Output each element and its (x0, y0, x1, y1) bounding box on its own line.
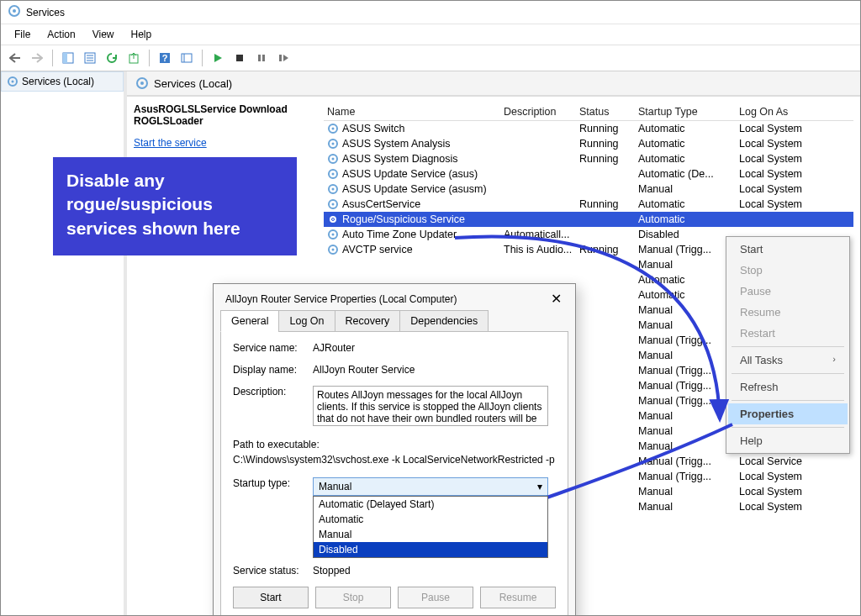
window-title: Services (26, 7, 65, 18)
dlg-start-button[interactable]: Start (233, 587, 309, 608)
refresh-button[interactable] (103, 49, 121, 67)
dlg-pause-button[interactable]: Pause (398, 587, 473, 608)
display-name-value: AllJoyn Router Service (313, 364, 556, 376)
tree-pane: Services (Local) (1, 71, 127, 616)
startup-opt-disabled[interactable]: Disabled (314, 542, 547, 557)
restart-service-button[interactable] (274, 49, 293, 67)
ctx-start[interactable]: Start (728, 239, 848, 260)
services-icon (8, 4, 21, 20)
startup-opt-delayed[interactable]: Automatic (Delayed Start) (314, 497, 547, 512)
annotation-callout: Disable any rogue/suspicious services sh… (53, 157, 297, 255)
service-name-value: AJRouter (313, 342, 556, 354)
ctx-pause[interactable]: Pause (728, 281, 848, 302)
menu-view[interactable]: View (84, 26, 123, 43)
svg-point-38 (332, 249, 335, 251)
svg-point-36 (332, 234, 335, 236)
list-item[interactable]: ASUS System DiagnosisRunningAutomaticLoc… (324, 151, 853, 166)
svg-text:?: ? (162, 53, 168, 63)
ctx-all-tasks[interactable]: All Tasks (728, 350, 848, 371)
svg-point-1 (13, 9, 16, 13)
right-pane-title: Services (Local) (154, 77, 232, 90)
startup-type-label: Startup type: (233, 477, 313, 496)
startup-opt-automatic[interactable]: Automatic (314, 512, 547, 527)
toolbar: ? (1, 45, 860, 71)
description-label: Description: (233, 386, 313, 429)
svg-point-26 (332, 158, 335, 161)
service-name-label: Service name: (233, 342, 313, 354)
svg-rect-16 (279, 55, 282, 61)
tab-general[interactable]: General (220, 310, 279, 332)
ctx-restart[interactable]: Restart (728, 323, 848, 344)
tab-logon[interactable]: Log On (278, 310, 335, 332)
svg-point-24 (332, 143, 335, 145)
svg-rect-15 (262, 55, 265, 61)
right-pane-header: Services (Local) (127, 71, 860, 97)
dialog-title: AllJoyn Router Service Properties (Local… (225, 293, 457, 305)
svg-point-20 (140, 82, 144, 85)
menu-bar: File Action View Help (1, 24, 860, 45)
svg-rect-3 (63, 53, 67, 63)
ctx-refresh[interactable]: Refresh (728, 376, 848, 398)
svg-point-30 (332, 188, 335, 191)
service-status-label: Service status: (233, 565, 313, 577)
svg-point-18 (12, 81, 14, 83)
close-icon[interactable]: ✕ (546, 291, 567, 307)
action-button[interactable] (177, 49, 196, 67)
ctx-help[interactable]: Help (728, 430, 848, 451)
properties-button[interactable] (81, 49, 99, 67)
context-menu: Start Stop Pause Resume Restart All Task… (726, 236, 850, 454)
startup-opt-manual[interactable]: Manual (314, 527, 547, 542)
properties-dialog: AllJoyn Router Service Properties (Local… (213, 283, 576, 616)
show-hide-tree-button[interactable] (59, 49, 77, 67)
forward-button[interactable] (28, 49, 46, 67)
path-value: C:\Windows\system32\svchost.exe -k Local… (233, 454, 556, 466)
startup-type-combo[interactable]: Manual▾ Automatic (Delayed Start) Automa… (313, 477, 548, 496)
tree-node-services-local[interactable]: Services (Local) (1, 71, 124, 92)
path-label: Path to executable: (233, 439, 556, 450)
list-header: Name Description Status Startup Type Log… (324, 103, 853, 121)
dlg-stop-button[interactable]: Stop (315, 587, 391, 608)
back-button[interactable] (6, 49, 24, 67)
col-description[interactable]: Description (500, 103, 576, 120)
svg-point-28 (332, 173, 335, 176)
menu-help[interactable]: Help (123, 26, 161, 43)
svg-rect-11 (182, 54, 192, 62)
svg-point-22 (332, 128, 335, 130)
display-name-label: Display name: (233, 364, 313, 376)
col-status[interactable]: Status (576, 103, 635, 120)
list-item[interactable]: Rogue/Suspicious ServiceAutomatic (324, 212, 853, 227)
chevron-down-icon: ▾ (537, 481, 542, 492)
title-bar: Services (1, 1, 860, 24)
menu-action[interactable]: Action (39, 26, 83, 43)
ctx-properties[interactable]: Properties (728, 403, 848, 424)
tree-node-label: Services (Local) (22, 76, 94, 87)
dlg-resume-button[interactable]: Resume (480, 587, 556, 608)
menu-file[interactable]: File (6, 26, 39, 43)
description-textarea[interactable] (313, 386, 548, 426)
start-service-link[interactable]: Start the service (134, 137, 207, 149)
svg-rect-13 (236, 55, 243, 61)
tab-dependencies[interactable]: Dependencies (399, 310, 489, 332)
svg-rect-14 (258, 55, 261, 61)
col-name[interactable]: Name (324, 103, 500, 120)
list-item[interactable]: ASUS Update Service (asus)Automatic (De.… (324, 166, 853, 182)
list-item[interactable]: ASUS Update Service (asusm)ManualLocal S… (324, 182, 853, 197)
help-button[interactable]: ? (156, 49, 174, 67)
ctx-resume[interactable]: Resume (728, 302, 848, 323)
service-status-value: Stopped (313, 565, 556, 577)
tab-recovery[interactable]: Recovery (335, 310, 401, 332)
list-item[interactable]: ASUS System AnalysisRunningAutomaticLoca… (324, 136, 853, 151)
list-item[interactable]: AsusCertServiceRunningAutomaticLocal Sys… (324, 197, 853, 212)
col-logon[interactable]: Log On As (736, 103, 828, 120)
pause-service-button[interactable] (252, 49, 271, 67)
ctx-stop[interactable]: Stop (728, 260, 848, 281)
export-button[interactable] (124, 49, 143, 67)
stop-service-button[interactable] (230, 49, 249, 67)
svg-point-34 (332, 218, 335, 221)
svg-point-32 (332, 203, 335, 206)
start-service-button[interactable] (209, 49, 227, 67)
list-item[interactable]: ASUS SwitchRunningAutomaticLocal System (324, 121, 853, 136)
selected-service-title: AsusROGLSLService Download ROGLSLoader (134, 103, 310, 127)
col-startup[interactable]: Startup Type (635, 103, 736, 120)
